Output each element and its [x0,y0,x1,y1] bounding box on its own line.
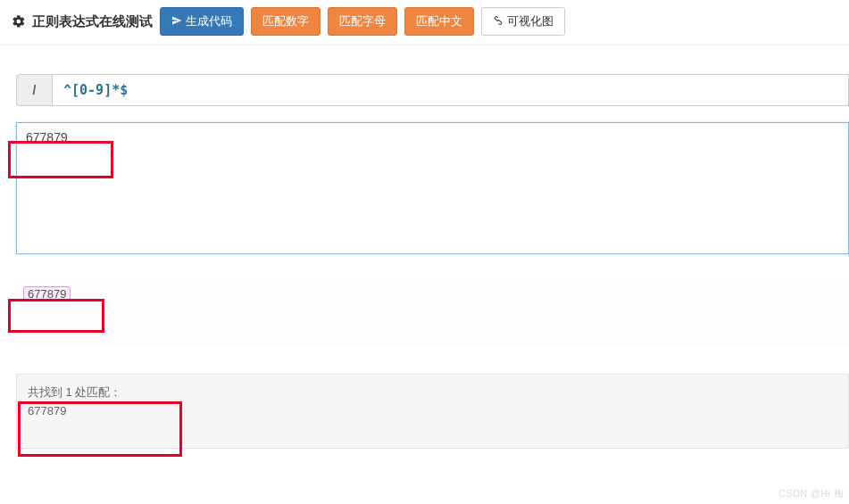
link-icon [493,15,504,29]
toolbar: 正则表达式在线测试 生成代码 匹配数字 匹配字母 匹配中文 可视化图 [0,0,849,45]
test-string-input[interactable] [16,122,849,254]
watermark: CSDN @Hi 梅 [778,487,844,500]
match-chinese-button[interactable]: 匹配中文 [404,7,474,36]
match-alpha-label: 匹配字母 [339,13,386,29]
gear-icon [11,14,27,29]
summary-line-value: 677879 [28,402,837,421]
regex-pattern-input[interactable] [52,74,849,106]
gear-icon-svg [11,14,27,29]
page-title-wrap: 正则表达式在线测试 [11,13,153,30]
match-highlight: 677879 [23,286,71,302]
paper-plane-icon [171,15,182,29]
regex-row: / [16,74,849,106]
match-digit-button[interactable]: 匹配数字 [251,7,320,36]
match-alpha-button[interactable]: 匹配字母 [328,7,397,36]
generate-code-button[interactable]: 生成代码 [160,7,244,36]
content-area: / 677879 共找到 1 处匹配： 677879 [0,74,849,449]
summary-panel: 共找到 1 处匹配： 677879 [16,374,849,449]
match-chinese-label: 匹配中文 [416,13,462,29]
visualize-label: 可视化图 [507,13,554,29]
regex-slash-prefix: / [16,74,52,106]
visualize-button[interactable]: 可视化图 [481,7,565,36]
match-digit-label: 匹配数字 [262,13,309,29]
generate-code-label: 生成代码 [186,13,232,29]
page-title: 正则表达式在线测试 [32,13,153,30]
match-result-panel: 677879 [16,279,849,346]
summary-line-count: 共找到 1 处匹配： [28,384,837,402]
